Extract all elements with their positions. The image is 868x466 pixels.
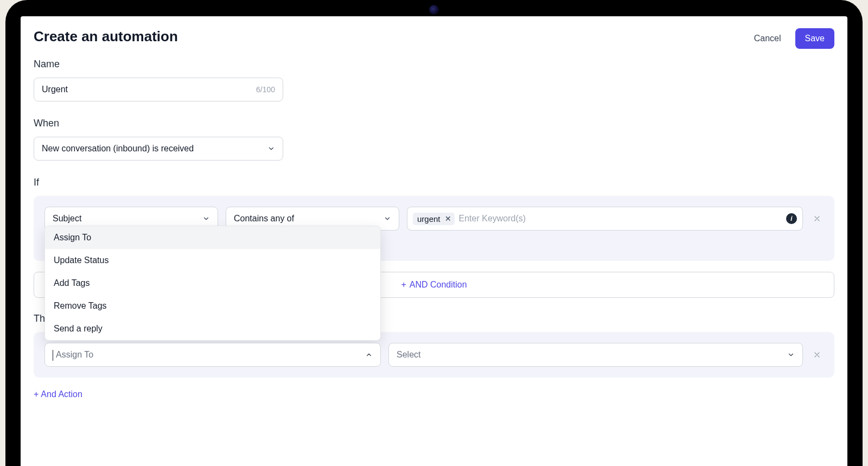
dropdown-item-remove-tags[interactable]: Remove Tags bbox=[45, 295, 380, 317]
and-action-button[interactable]: + And Action bbox=[34, 390, 82, 399]
remove-action-icon[interactable] bbox=[810, 348, 824, 361]
remove-tag-icon[interactable]: ✕ bbox=[444, 214, 452, 223]
camera-dot bbox=[429, 5, 439, 15]
condition-operator-value: Contains any of bbox=[234, 214, 294, 224]
name-input-wrap[interactable]: 6/100 bbox=[34, 78, 283, 101]
chevron-down-icon bbox=[202, 215, 210, 222]
action-value-placeholder: Select bbox=[397, 350, 420, 360]
when-label: When bbox=[34, 118, 834, 129]
dropdown-item-add-tags[interactable]: Add Tags bbox=[45, 272, 380, 295]
keyword-tag-input[interactable]: urgent ✕ i bbox=[407, 207, 803, 231]
page-title: Create an automation bbox=[34, 28, 178, 45]
plus-icon: + bbox=[34, 390, 39, 399]
remove-condition-icon[interactable] bbox=[810, 212, 824, 225]
keyword-tag-text: urgent bbox=[417, 214, 441, 224]
dropdown-item-send-a-reply[interactable]: Send a reply bbox=[45, 317, 380, 340]
condition-field-value: Subject bbox=[53, 214, 81, 224]
save-button[interactable]: Save bbox=[795, 28, 834, 49]
dropdown-item-assign-to[interactable]: Assign To bbox=[45, 226, 380, 249]
chevron-up-icon bbox=[365, 351, 373, 359]
name-counter: 6/100 bbox=[256, 85, 275, 94]
name-input[interactable] bbox=[42, 85, 256, 94]
keyword-input[interactable] bbox=[459, 214, 782, 224]
keyword-tag: urgent ✕ bbox=[413, 213, 455, 225]
text-caret bbox=[53, 350, 53, 361]
if-label: If bbox=[34, 177, 834, 188]
and-condition-label: AND Condition bbox=[410, 280, 467, 290]
plus-icon: + bbox=[401, 280, 406, 290]
chevron-down-icon bbox=[787, 351, 795, 359]
chevron-down-icon bbox=[384, 215, 391, 222]
dropdown-item-update-status[interactable]: Update Status bbox=[45, 249, 380, 272]
action-dropdown-menu: Assign To Update Status Add Tags Remove … bbox=[44, 226, 381, 341]
when-selected-value: New conversation (inbound) is received bbox=[42, 144, 194, 154]
when-select[interactable]: New conversation (inbound) is received bbox=[34, 137, 283, 161]
info-icon[interactable]: i bbox=[786, 213, 797, 224]
action-value-select[interactable]: Select bbox=[388, 343, 803, 367]
chevron-down-icon bbox=[267, 145, 275, 152]
action-type-select[interactable]: Assign To bbox=[44, 343, 381, 367]
action-type-placeholder: Assign To bbox=[53, 350, 93, 360]
and-action-label: And Action bbox=[41, 390, 82, 399]
then-container: Assign To Update Status Add Tags Remove … bbox=[34, 332, 834, 378]
name-label: Name bbox=[34, 59, 834, 70]
cancel-button[interactable]: Cancel bbox=[749, 29, 787, 48]
